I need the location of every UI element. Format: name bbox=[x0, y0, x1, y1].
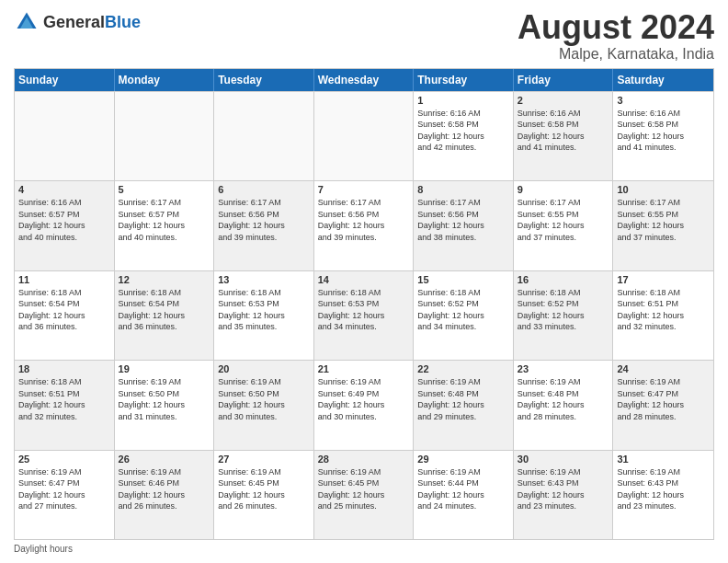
cal-cell: 16Sunrise: 6:18 AM Sunset: 6:52 PM Dayli… bbox=[514, 271, 614, 360]
cal-header-cell: Thursday bbox=[414, 69, 514, 91]
cal-cell: 19Sunrise: 6:19 AM Sunset: 6:50 PM Dayli… bbox=[115, 361, 215, 449]
cal-header-cell: Saturday bbox=[613, 69, 713, 91]
cal-row: 11Sunrise: 6:18 AM Sunset: 6:54 PM Dayli… bbox=[15, 270, 713, 360]
day-info: Sunrise: 6:18 AM Sunset: 6:52 PM Dayligh… bbox=[417, 287, 509, 333]
cal-cell: 2Sunrise: 6:16 AM Sunset: 6:58 PM Daylig… bbox=[514, 92, 614, 180]
cal-cell: 25Sunrise: 6:19 AM Sunset: 6:47 PM Dayli… bbox=[15, 451, 115, 539]
day-number: 24 bbox=[617, 363, 710, 374]
cal-cell: 9Sunrise: 6:17 AM Sunset: 6:55 PM Daylig… bbox=[514, 181, 614, 270]
logo: GeneralBlue bbox=[14, 9, 141, 35]
day-number: 3 bbox=[617, 95, 710, 106]
day-info: Sunrise: 6:19 AM Sunset: 6:50 PM Dayligh… bbox=[119, 376, 210, 422]
day-info: Sunrise: 6:19 AM Sunset: 6:46 PM Dayligh… bbox=[119, 466, 210, 512]
day-number: 1 bbox=[417, 95, 509, 106]
cal-cell: 13Sunrise: 6:18 AM Sunset: 6:53 PM Dayli… bbox=[214, 271, 314, 360]
cal-cell: 30Sunrise: 6:19 AM Sunset: 6:43 PM Dayli… bbox=[514, 451, 614, 539]
footer-note-text: Daylight hours bbox=[14, 544, 73, 554]
cal-cell: 27Sunrise: 6:19 AM Sunset: 6:45 PM Dayli… bbox=[214, 451, 314, 539]
day-number: 16 bbox=[518, 274, 609, 285]
day-info: Sunrise: 6:18 AM Sunset: 6:51 PM Dayligh… bbox=[18, 376, 110, 422]
logo-blue: Blue bbox=[105, 13, 141, 31]
day-info: Sunrise: 6:19 AM Sunset: 6:43 PM Dayligh… bbox=[617, 466, 710, 512]
day-info: Sunrise: 6:19 AM Sunset: 6:43 PM Dayligh… bbox=[518, 466, 609, 512]
day-number: 8 bbox=[417, 184, 509, 195]
cal-cell bbox=[15, 92, 115, 180]
cal-cell: 14Sunrise: 6:18 AM Sunset: 6:53 PM Dayli… bbox=[314, 271, 415, 360]
day-info: Sunrise: 6:16 AM Sunset: 6:57 PM Dayligh… bbox=[18, 197, 110, 243]
footer-note: Daylight hours bbox=[14, 544, 714, 554]
day-number: 10 bbox=[617, 184, 710, 195]
day-info: Sunrise: 6:17 AM Sunset: 6:56 PM Dayligh… bbox=[318, 197, 410, 243]
day-number: 4 bbox=[18, 184, 110, 195]
day-info: Sunrise: 6:18 AM Sunset: 6:54 PM Dayligh… bbox=[18, 287, 110, 333]
day-number: 9 bbox=[518, 184, 609, 195]
day-info: Sunrise: 6:17 AM Sunset: 6:55 PM Dayligh… bbox=[617, 197, 710, 243]
day-number: 2 bbox=[518, 95, 609, 106]
cal-row: 4Sunrise: 6:16 AM Sunset: 6:57 PM Daylig… bbox=[15, 180, 713, 270]
day-number: 21 bbox=[318, 363, 410, 374]
calendar-header: SundayMondayTuesdayWednesdayThursdayFrid… bbox=[15, 69, 713, 91]
day-number: 23 bbox=[518, 363, 609, 374]
calendar-body: 1Sunrise: 6:16 AM Sunset: 6:58 PM Daylig… bbox=[15, 91, 713, 539]
day-number: 17 bbox=[617, 274, 710, 285]
cal-cell: 15Sunrise: 6:18 AM Sunset: 6:52 PM Dayli… bbox=[414, 271, 514, 360]
cal-cell: 8Sunrise: 6:17 AM Sunset: 6:56 PM Daylig… bbox=[414, 181, 514, 270]
day-info: Sunrise: 6:19 AM Sunset: 6:47 PM Dayligh… bbox=[617, 376, 710, 422]
title-block: August 2024 Malpe, Karnataka, India bbox=[518, 9, 714, 63]
cal-cell: 22Sunrise: 6:19 AM Sunset: 6:48 PM Dayli… bbox=[414, 361, 514, 449]
calendar: SundayMondayTuesdayWednesdayThursdayFrid… bbox=[14, 68, 714, 540]
day-info: Sunrise: 6:17 AM Sunset: 6:55 PM Dayligh… bbox=[518, 197, 609, 243]
cal-cell: 23Sunrise: 6:19 AM Sunset: 6:48 PM Dayli… bbox=[514, 361, 614, 449]
day-number: 19 bbox=[119, 363, 210, 374]
day-info: Sunrise: 6:18 AM Sunset: 6:52 PM Dayligh… bbox=[518, 287, 609, 333]
cal-cell: 4Sunrise: 6:16 AM Sunset: 6:57 PM Daylig… bbox=[15, 181, 115, 270]
day-number: 11 bbox=[18, 274, 110, 285]
day-info: Sunrise: 6:19 AM Sunset: 6:50 PM Dayligh… bbox=[218, 376, 310, 422]
day-number: 25 bbox=[18, 454, 110, 465]
cal-cell: 29Sunrise: 6:19 AM Sunset: 6:44 PM Dayli… bbox=[414, 451, 514, 539]
day-number: 22 bbox=[417, 363, 509, 374]
title-location: Malpe, Karnataka, India bbox=[518, 46, 714, 63]
cal-cell: 20Sunrise: 6:19 AM Sunset: 6:50 PM Dayli… bbox=[214, 361, 314, 449]
logo-general: General bbox=[43, 13, 105, 31]
cal-header-cell: Sunday bbox=[15, 69, 115, 91]
cal-cell: 26Sunrise: 6:19 AM Sunset: 6:46 PM Dayli… bbox=[115, 451, 215, 539]
cal-row: 18Sunrise: 6:18 AM Sunset: 6:51 PM Dayli… bbox=[15, 360, 713, 449]
cal-cell: 17Sunrise: 6:18 AM Sunset: 6:51 PM Dayli… bbox=[613, 271, 713, 360]
day-number: 29 bbox=[417, 454, 509, 465]
cal-cell: 7Sunrise: 6:17 AM Sunset: 6:56 PM Daylig… bbox=[314, 181, 415, 270]
day-info: Sunrise: 6:16 AM Sunset: 6:58 PM Dayligh… bbox=[518, 108, 609, 154]
cal-header-cell: Monday bbox=[115, 69, 215, 91]
logo-text: GeneralBlue bbox=[43, 13, 141, 32]
day-number: 13 bbox=[218, 274, 310, 285]
day-info: Sunrise: 6:19 AM Sunset: 6:48 PM Dayligh… bbox=[518, 376, 609, 422]
cal-cell: 3Sunrise: 6:16 AM Sunset: 6:58 PM Daylig… bbox=[613, 92, 713, 180]
day-info: Sunrise: 6:19 AM Sunset: 6:48 PM Dayligh… bbox=[417, 376, 509, 422]
day-number: 30 bbox=[518, 454, 609, 465]
day-number: 15 bbox=[417, 274, 509, 285]
day-info: Sunrise: 6:18 AM Sunset: 6:54 PM Dayligh… bbox=[119, 287, 210, 333]
day-number: 5 bbox=[119, 184, 210, 195]
day-info: Sunrise: 6:17 AM Sunset: 6:57 PM Dayligh… bbox=[119, 197, 210, 243]
cal-cell: 21Sunrise: 6:19 AM Sunset: 6:49 PM Dayli… bbox=[314, 361, 415, 449]
day-info: Sunrise: 6:19 AM Sunset: 6:44 PM Dayligh… bbox=[417, 466, 509, 512]
day-info: Sunrise: 6:19 AM Sunset: 6:49 PM Dayligh… bbox=[318, 376, 410, 422]
day-info: Sunrise: 6:18 AM Sunset: 6:53 PM Dayligh… bbox=[318, 287, 410, 333]
day-info: Sunrise: 6:19 AM Sunset: 6:45 PM Dayligh… bbox=[218, 466, 310, 512]
cal-cell: 11Sunrise: 6:18 AM Sunset: 6:54 PM Dayli… bbox=[15, 271, 115, 360]
cal-cell: 18Sunrise: 6:18 AM Sunset: 6:51 PM Dayli… bbox=[15, 361, 115, 449]
cal-cell: 12Sunrise: 6:18 AM Sunset: 6:54 PM Dayli… bbox=[115, 271, 215, 360]
day-info: Sunrise: 6:18 AM Sunset: 6:53 PM Dayligh… bbox=[218, 287, 310, 333]
header: GeneralBlue August 2024 Malpe, Karnataka… bbox=[14, 9, 714, 63]
cal-row: 1Sunrise: 6:16 AM Sunset: 6:58 PM Daylig… bbox=[15, 91, 713, 180]
cal-cell: 10Sunrise: 6:17 AM Sunset: 6:55 PM Dayli… bbox=[613, 181, 713, 270]
day-number: 18 bbox=[18, 363, 110, 374]
day-number: 20 bbox=[218, 363, 310, 374]
day-info: Sunrise: 6:17 AM Sunset: 6:56 PM Dayligh… bbox=[218, 197, 310, 243]
day-number: 26 bbox=[119, 454, 210, 465]
day-info: Sunrise: 6:19 AM Sunset: 6:47 PM Dayligh… bbox=[18, 466, 110, 512]
cal-cell: 5Sunrise: 6:17 AM Sunset: 6:57 PM Daylig… bbox=[115, 181, 215, 270]
day-info: Sunrise: 6:18 AM Sunset: 6:51 PM Dayligh… bbox=[617, 287, 710, 333]
cal-cell bbox=[314, 92, 415, 180]
title-month: August 2024 bbox=[518, 9, 714, 46]
